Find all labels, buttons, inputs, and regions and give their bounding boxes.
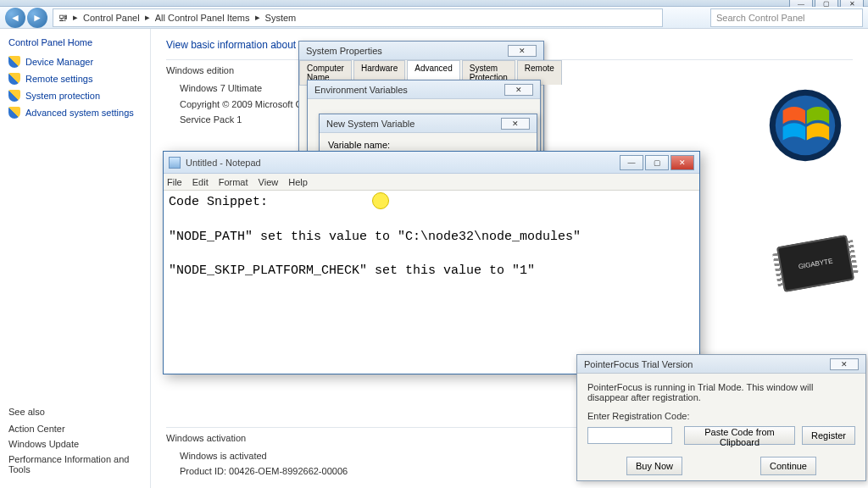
advanced-system-settings-link[interactable]: Advanced system settings xyxy=(8,107,142,119)
shield-icon xyxy=(8,90,20,102)
dialog-title: System Properties xyxy=(306,46,382,56)
paste-code-button[interactable]: Paste Code from Clipboard xyxy=(684,426,795,445)
left-pane: Control Panel Home Device Manager Remote… xyxy=(0,29,151,488)
registration-code-input[interactable] xyxy=(587,427,672,444)
breadcrumb-root-icon: 🖳 xyxy=(58,13,68,23)
menu-format[interactable]: Format xyxy=(219,177,248,187)
action-center-link[interactable]: Action Center xyxy=(8,424,142,434)
menu-bar: File Edit Format View Help xyxy=(164,174,699,191)
register-button[interactable]: Register xyxy=(802,426,855,445)
notepad-window[interactable]: Untitled - Notepad — ▢ ✕ File Edit Forma… xyxy=(163,151,700,374)
see-also-heading: See also xyxy=(8,407,142,417)
nav-forward-button[interactable]: ► xyxy=(27,8,47,28)
variable-name-label: Variable name: xyxy=(328,140,390,150)
windows-update-link[interactable]: Windows Update xyxy=(8,439,142,449)
close-icon[interactable]: ✕ xyxy=(830,358,859,370)
shield-icon xyxy=(8,73,20,85)
notepad-textarea[interactable]: Code Snippet: "NODE_PATH" set this value… xyxy=(164,191,699,374)
close-icon[interactable]: ✕ xyxy=(501,118,530,130)
device-manager-link[interactable]: Device Manager xyxy=(8,56,142,68)
dialog-title: PointerFocus Trial Version xyxy=(584,359,693,369)
breadcrumb-item[interactable]: Control Panel xyxy=(83,13,140,23)
close-button[interactable]: ✕ xyxy=(670,155,694,170)
menu-edit[interactable]: Edit xyxy=(192,177,209,187)
breadcrumb-item[interactable]: All Control Panel Items xyxy=(155,13,250,23)
notepad-titlebar[interactable]: Untitled - Notepad — ▢ ✕ xyxy=(164,152,699,174)
breadcrumb[interactable]: 🖳 ▸ Control Panel ▸ All Control Panel It… xyxy=(53,8,663,27)
performance-info-link[interactable]: Performance Information and Tools xyxy=(8,454,142,474)
menu-help[interactable]: Help xyxy=(288,177,308,187)
menu-view[interactable]: View xyxy=(259,177,279,187)
shield-icon xyxy=(8,56,20,68)
cursor-highlight-icon xyxy=(372,192,389,209)
navbar: ◄ ► 🖳 ▸ Control Panel ▸ All Control Pane… xyxy=(0,7,868,29)
os-titlebar: — ▢ ✕ xyxy=(0,0,868,7)
notepad-icon xyxy=(169,157,181,169)
maximize-button[interactable]: ▢ xyxy=(645,155,669,170)
search-input[interactable]: Search Control Panel xyxy=(710,8,863,27)
buy-now-button[interactable]: Buy Now xyxy=(626,457,682,475)
breadcrumb-item[interactable]: System xyxy=(265,13,297,23)
continue-button[interactable]: Continue xyxy=(760,457,816,475)
windows-logo-icon xyxy=(768,88,843,163)
oem-chip-icon: GIGABYTE xyxy=(776,235,854,292)
system-protection-link[interactable]: System protection xyxy=(8,90,142,102)
window-title: Untitled - Notepad xyxy=(186,158,261,168)
enter-code-label: Enter Registration Code: xyxy=(587,411,855,421)
menu-file[interactable]: File xyxy=(167,177,182,187)
close-icon[interactable]: ✕ xyxy=(504,84,533,96)
remote-settings-link[interactable]: Remote settings xyxy=(8,73,142,85)
trial-message: PointerFocus is running in Trial Mode. T… xyxy=(587,382,855,402)
shield-icon xyxy=(8,107,20,119)
dialog-title: Environment Variables xyxy=(314,85,408,95)
pointerfocus-dialog[interactable]: PointerFocus Trial Version✕ PointerFocus… xyxy=(576,354,866,481)
dialog-title: New System Variable xyxy=(326,119,415,129)
nav-back-button[interactable]: ◄ xyxy=(5,8,25,28)
minimize-button[interactable]: — xyxy=(620,155,643,170)
control-panel-home-link[interactable]: Control Panel Home xyxy=(8,37,142,47)
close-icon[interactable]: ✕ xyxy=(508,45,537,57)
